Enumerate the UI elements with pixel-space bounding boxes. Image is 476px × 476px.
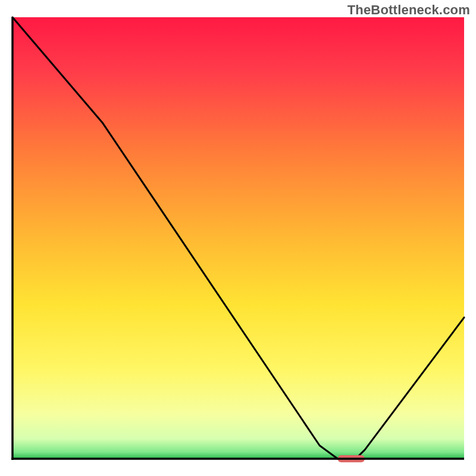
- plot-background: [12, 17, 464, 459]
- watermark-text: TheBottleneck.com: [347, 2, 470, 18]
- bottleneck-chart: [0, 0, 476, 476]
